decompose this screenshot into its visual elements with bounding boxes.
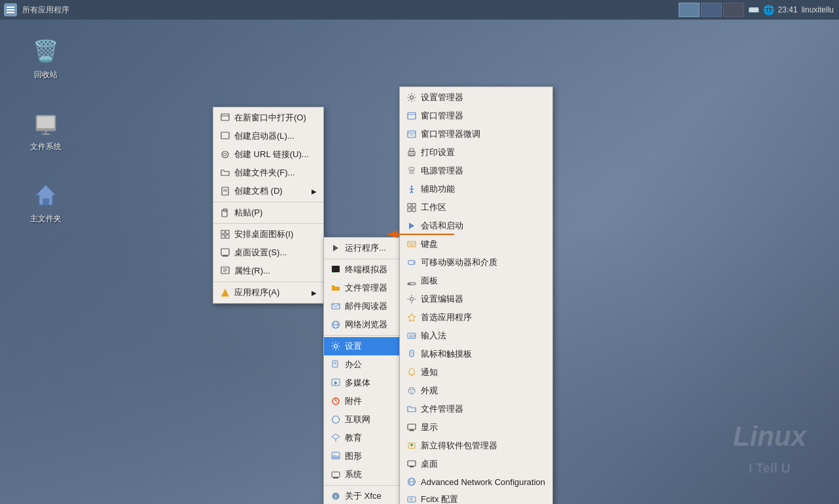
menu-panel[interactable]: 面板: [400, 272, 552, 290]
filesystem-label: 文件系统: [30, 141, 62, 153]
filemanager-icon: [330, 283, 341, 293]
svg-rect-67: [409, 168, 414, 170]
svg-rect-10: [221, 114, 229, 120]
svg-rect-24: [223, 255, 228, 257]
file-manager-settings-icon: [406, 404, 417, 414]
menu-create-doc[interactable]: 创建文档 (D) ▶: [213, 182, 323, 200]
separator-1: [213, 202, 323, 202]
svg-rect-75: [408, 204, 411, 207]
settings-manager-icon: [406, 92, 417, 103]
fcitx-label: Fcitx 配置: [421, 494, 458, 504]
svg-rect-21: [221, 235, 224, 238]
menu-power-manager[interactable]: 电源管理器: [400, 162, 552, 180]
menu-accessibility[interactable]: 辅助功能: [400, 180, 552, 198]
svg-text:中: 中: [412, 334, 416, 338]
desktop-icon-filesystem[interactable]: 文件系统: [20, 105, 72, 155]
svg-rect-51: [332, 472, 340, 477]
menu-removable-drives[interactable]: 可移动驱动器和介质: [400, 253, 552, 272]
wm-tweaks-icon: [406, 129, 417, 139]
system-icon: [330, 469, 341, 480]
mail-icon: [330, 301, 341, 312]
graphics-label: 图形: [345, 450, 362, 462]
menu-create-folder[interactable]: 创建文件夹(F)...: [213, 164, 323, 182]
svg-marker-30: [333, 245, 338, 251]
taskbar-menu-icon: [4, 3, 17, 16]
home-label: 主文件夹: [30, 213, 62, 225]
svg-point-89: [410, 298, 414, 301]
menu-create-url[interactable]: 创建 URL 链接(U)...: [213, 145, 323, 164]
settings-editor-icon: [406, 294, 417, 304]
svg-text:中: 中: [409, 497, 414, 502]
synaptic-icon: [406, 441, 417, 451]
menu-file-manager-settings[interactable]: 文件管理器: [400, 400, 552, 418]
desktop-icon-home[interactable]: 主文件夹: [20, 177, 72, 227]
svg-rect-61: [408, 131, 416, 137]
menu-settings-manager[interactable]: 设置管理器: [400, 88, 552, 107]
taskbar-left: 所有应用程序: [0, 3, 72, 17]
menu-window-manager[interactable]: 窗口管理器: [400, 107, 552, 125]
menu-apps[interactable]: 应用程序(A) ▶: [213, 283, 323, 302]
about-xfce-icon: i: [330, 491, 341, 501]
print-settings-label: 打印设置: [421, 147, 455, 158]
menu-desktop-settings2[interactable]: 桌面: [400, 455, 552, 473]
appearance-label: 外观: [421, 385, 438, 397]
education-icon: [330, 433, 341, 443]
menu-arrange-icons[interactable]: 安排桌面图标(I): [213, 225, 323, 243]
create-launcher-label: 创建启动器(L)...: [234, 130, 295, 142]
paste-icon: [220, 207, 230, 218]
menu-display[interactable]: 显示: [400, 418, 552, 437]
menu-adv-network[interactable]: Advanced Network Configuration: [400, 473, 552, 490]
username-display: linuxitellu: [802, 5, 834, 14]
menu-properties[interactable]: 属性(R)...: [213, 262, 323, 280]
display-label: 显示: [421, 422, 438, 433]
workspace-1[interactable]: [679, 3, 700, 17]
menu-notifications[interactable]: 通知: [400, 363, 552, 382]
menu-input-method[interactable]: A中 输入法: [400, 327, 552, 345]
menu-paste[interactable]: 粘贴(P): [213, 204, 323, 222]
svg-marker-47: [332, 434, 340, 439]
svg-rect-59: [408, 113, 416, 119]
linux-logo: Linux I Tell U: [733, 422, 806, 478]
office-icon: [330, 359, 341, 370]
appearance-icon: [406, 386, 417, 396]
menu-settings-editor[interactable]: 设置编辑器: [400, 290, 552, 308]
workspace-3[interactable]: [723, 3, 744, 17]
menu-mouse-touchpad[interactable]: 鼠标和触摸板: [400, 345, 552, 363]
svg-rect-0: [7, 7, 14, 8]
menu-workspaces[interactable]: 工作区: [400, 198, 552, 217]
menu-appearance[interactable]: 外观: [400, 382, 552, 400]
accessories-icon: [330, 396, 341, 406]
print-settings-icon: [406, 147, 417, 158]
properties-label: 属性(R)...: [234, 265, 270, 277]
terminal-label: 终端模拟器: [345, 264, 387, 276]
open-window-label: 在新窗口中打开(O): [234, 112, 306, 124]
menu-wm-tweaks[interactable]: 窗口管理器微调: [400, 125, 552, 143]
notifications-label: 通知: [421, 367, 438, 378]
about-xfce-label: 关于 Xfce: [345, 490, 382, 502]
separator-2: [213, 223, 323, 224]
menu-synaptic[interactable]: 新立得软件包管理器: [400, 437, 552, 455]
workspaces-label: 工作区: [421, 202, 446, 213]
trash-label: 回收站: [34, 69, 58, 81]
power-manager-icon: [406, 166, 417, 176]
app-menu-label[interactable]: 所有应用程序: [20, 3, 72, 17]
svg-rect-9: [43, 198, 49, 205]
run-icon: [330, 243, 341, 253]
workspace-2[interactable]: [701, 3, 722, 17]
svg-point-37: [334, 345, 338, 348]
create-folder-icon: [220, 168, 230, 178]
create-folder-label: 创建文件夹(F)...: [234, 167, 295, 179]
menu-print-settings[interactable]: 打印设置: [400, 143, 552, 162]
office-label: 办公: [345, 359, 362, 370]
menu-desktop-settings[interactable]: 桌面设置(S)...: [213, 243, 323, 262]
removable-drives-label: 可移动驱动器和介质: [421, 257, 497, 268]
settings-label: 设置: [345, 340, 362, 352]
svg-rect-68: [409, 170, 414, 174]
menu-preferred-apps[interactable]: 首选应用程序: [400, 308, 552, 327]
desktop-icon-trash[interactable]: 🗑️ 回收站: [20, 33, 72, 83]
desktop-settings-icon: [220, 247, 230, 258]
menu-open-window[interactable]: 在新窗口中打开(O): [213, 109, 323, 127]
menu-create-launcher[interactable]: 创建启动器(L)...: [213, 127, 323, 145]
create-doc-arrow: ▶: [305, 188, 317, 195]
menu-fcitx[interactable]: 中 Fcitx 配置: [400, 490, 552, 504]
